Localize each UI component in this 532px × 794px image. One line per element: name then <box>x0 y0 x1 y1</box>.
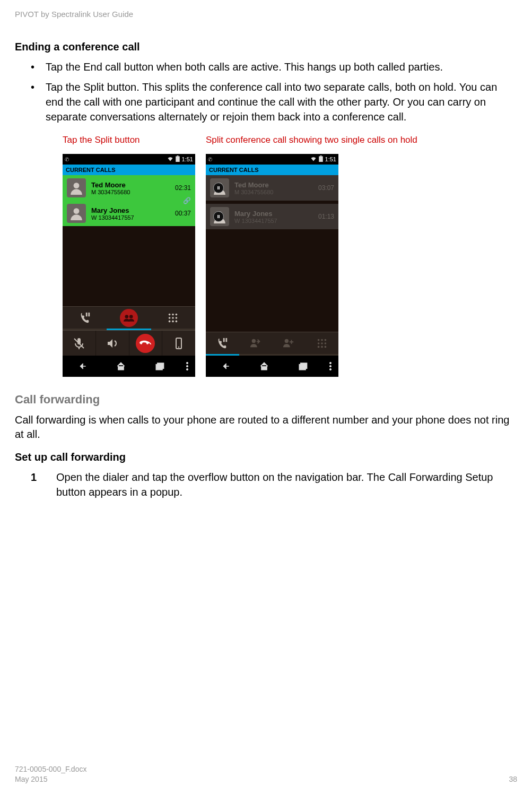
link-icon: 🔗 <box>183 197 191 204</box>
transfer-button[interactable] <box>239 332 273 354</box>
bullet-item: Tap the End call button when both calls … <box>31 59 517 74</box>
call-name: Ted Moore <box>91 181 172 189</box>
footer-date: May 2015 <box>15 774 86 784</box>
svg-point-34 <box>318 339 320 341</box>
svg-point-7 <box>129 315 133 318</box>
overflow-button[interactable] <box>179 362 195 370</box>
current-calls-header: CURRENT CALLS <box>63 165 195 175</box>
svg-point-10 <box>176 313 178 315</box>
dialpad-button[interactable] <box>151 307 195 329</box>
home-button[interactable] <box>245 361 283 372</box>
doc-header: PIVOT by Spectralink User Guide <box>15 10 517 19</box>
mute-button[interactable] <box>63 331 96 356</box>
step-number: 1 <box>31 470 56 499</box>
svg-point-47 <box>329 368 331 370</box>
call-timer: 02:31 <box>175 184 191 192</box>
current-calls-header: CURRENT CALLS <box>206 165 338 175</box>
svg-rect-44 <box>301 363 307 368</box>
svg-rect-4 <box>85 312 87 316</box>
pause-icon: II <box>213 211 224 222</box>
svg-point-6 <box>125 315 128 318</box>
svg-point-20 <box>178 346 179 347</box>
control-row <box>63 330 195 356</box>
numbered-list: 1 Open the dialer and tap the overflow b… <box>15 470 517 499</box>
bullet-item: Tap the Split button. This splits the co… <box>31 80 517 124</box>
call-item-hold[interactable]: II Mary Jones W 13034417557 01:13 <box>206 204 338 229</box>
call-item-hold[interactable]: II Ted Moore M 3034755680 03:07 <box>206 175 338 201</box>
svg-rect-5 <box>88 312 90 316</box>
svg-rect-22 <box>158 363 164 368</box>
svg-point-40 <box>318 346 320 348</box>
svg-point-2 <box>74 183 80 188</box>
status-bar: ✆ 1:51 <box>63 154 195 165</box>
back-button[interactable] <box>63 361 101 372</box>
call-number: W 13034417557 <box>91 214 172 221</box>
bullet-list: Tap the End call button when both calls … <box>15 59 517 124</box>
svg-point-37 <box>318 342 320 344</box>
svg-rect-26 <box>319 157 323 162</box>
call-timer: 01:13 <box>318 213 334 220</box>
heading-ending-conference: Ending a conference call <box>15 41 517 53</box>
hold-button[interactable] <box>206 332 239 354</box>
call-timer: 00:37 <box>175 210 191 217</box>
call-number: M 3034755680 <box>91 189 172 195</box>
avatar-icon <box>67 178 86 197</box>
split-button[interactable] <box>107 307 151 329</box>
call-timer: 03:07 <box>318 184 334 192</box>
svg-point-12 <box>172 317 174 319</box>
svg-point-46 <box>329 365 331 367</box>
svg-point-32 <box>251 339 255 342</box>
call-number: W 13034417557 <box>234 218 315 224</box>
home-button[interactable] <box>101 361 140 372</box>
status-time: 1:51 <box>182 156 193 162</box>
svg-point-45 <box>329 362 331 364</box>
nav-bar <box>63 356 195 377</box>
call-name: Mary Jones <box>91 206 172 214</box>
heading-setup-forwarding: Set up call forwarding <box>15 451 517 463</box>
footer: 721-0005-000_F.docx May 2015 38 <box>15 764 517 784</box>
phone-right: ✆ 1:51 CURRENT CALLS II Ted Moore M 3034… <box>206 154 338 377</box>
svg-rect-1 <box>177 156 178 157</box>
svg-point-24 <box>186 365 188 367</box>
phone-status-icon: ✆ <box>208 157 212 162</box>
svg-point-35 <box>321 339 323 341</box>
back-button[interactable] <box>206 361 245 372</box>
recent-button[interactable] <box>284 361 322 372</box>
footer-filename: 721-0005-000_F.docx <box>15 764 86 774</box>
svg-point-14 <box>169 320 171 322</box>
svg-point-25 <box>186 368 188 370</box>
svg-point-23 <box>186 362 188 364</box>
call-name: Ted Moore <box>234 181 315 189</box>
battery-icon <box>176 156 180 163</box>
svg-point-3 <box>74 208 80 214</box>
heading-call-forwarding: Call forwarding <box>15 393 517 407</box>
end-call-button[interactable] <box>129 331 163 356</box>
call-item-active[interactable]: Mary Jones W 13034417557 00:37 <box>63 201 195 226</box>
phone-left: ✆ 1:51 CURRENT CALLS Ted Moore M 3034755… <box>63 154 195 377</box>
svg-rect-27 <box>320 156 321 157</box>
overflow-button[interactable] <box>322 362 338 370</box>
avatar-icon <box>67 204 86 223</box>
svg-rect-31 <box>226 338 228 341</box>
phone-status-icon: ✆ <box>65 157 69 162</box>
action-row <box>206 332 338 354</box>
svg-point-13 <box>176 317 178 319</box>
dialpad-button[interactable] <box>306 332 339 354</box>
svg-rect-30 <box>223 338 225 341</box>
call-item-active[interactable]: Ted Moore M 3034755680 02:31 🔗 <box>63 175 195 201</box>
screenshots-row: ✆ 1:51 CURRENT CALLS Ted Moore M 3034755… <box>15 154 517 377</box>
wifi-icon <box>310 156 317 163</box>
call-number: M 3034755680 <box>234 189 315 195</box>
footer-page-number: 38 <box>509 774 517 784</box>
battery-icon <box>319 156 323 163</box>
svg-point-11 <box>169 317 171 319</box>
hold-button[interactable] <box>63 307 107 329</box>
recent-button[interactable] <box>141 361 179 372</box>
pause-icon: II <box>213 183 224 193</box>
svg-point-16 <box>176 320 178 322</box>
forwarding-body: Call forwarding is when calls to your ph… <box>15 413 517 442</box>
add-call-button[interactable] <box>272 332 306 354</box>
svg-point-42 <box>324 346 326 348</box>
device-button[interactable] <box>162 331 195 356</box>
speaker-button[interactable] <box>96 331 129 356</box>
